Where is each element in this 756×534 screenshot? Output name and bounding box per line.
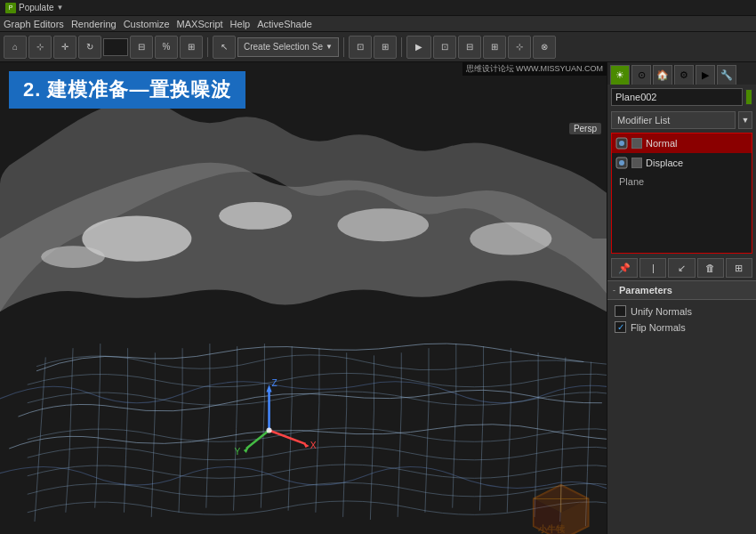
panel-tab-create[interactable]: ⊙ [631,65,651,85]
modifier-base-name: Plane [619,176,644,187]
toolbar-btn-scale[interactable]: ⊟ [130,36,153,59]
toolbar-btn-render2[interactable]: ⊡ [433,36,456,59]
modifier-normal-color [631,138,642,149]
flip-normals-label: Flip Normals [631,322,686,333]
populate-icon: P [5,3,16,13]
modifier-displace-color [631,158,642,168]
svg-point-15 [266,427,271,433]
modifier-normal-icon [615,137,628,150]
toolbar-separator [207,37,208,57]
menu-help[interactable]: Help [230,19,251,29]
params-body: Unify Normals Flip Normals [607,300,756,338]
panel-tab-modify[interactable]: ☀ [610,65,630,85]
panel-tabs: ☀ ⊙ 🏠 ⚙ ▶ 🔧 [607,62,756,85]
stack-btn-delete[interactable]: 🗑 [697,258,724,278]
svg-point-5 [41,246,105,268]
populate-button[interactable]: P Populate ▼ [5,3,63,13]
unify-normals-row: Unify Normals [615,305,749,317]
toolbar-btn-extra2[interactable]: ⊗ [533,36,556,59]
menu-maxscript[interactable]: MAXScript [177,19,223,29]
populate-label: Populate [19,3,53,12]
toolbar-btn-select[interactable]: ⊹ [28,36,52,59]
menu-bar: Graph Editors Rendering Customize MAXScr… [0,16,756,32]
svg-point-26 [619,160,624,166]
populate-dropdown[interactable]: ▼ [56,4,63,12]
panel-tab-motion[interactable]: ▶ [696,65,715,85]
modifier-item-normal[interactable]: Normal [612,134,752,153]
panel-tab-hierarchy[interactable]: 🔧 [717,65,736,85]
modifier-list-label: Modifier List [611,111,736,129]
modifier-base: Plane [612,173,752,190]
stack-empty [612,190,752,253]
toolbar-btn-cursor[interactable]: ↖ [213,36,236,59]
toolbar-btn-align[interactable]: ⊡ [349,36,372,59]
modifier-list-row: Modifier List ▼ [607,109,756,131]
toolbar-number-input[interactable]: 3 [103,38,128,56]
viewport-title: 2. 建模准备—置换噪波 [9,71,245,109]
object-name-row [607,85,756,109]
flip-normals-row: Flip Normals [615,321,749,333]
site-label: 思维设计论坛 WWW.MISSYUAN.COM [462,62,607,76]
toolbar-btn-graph[interactable]: ⊞ [483,36,506,59]
menu-customize[interactable]: Customize [124,19,170,29]
menu-graph-editors[interactable]: Graph Editors [4,19,64,29]
toolbar: ⌂ ⊹ ✛ ↻ 3 ⊟ % ⊞ ↖ Create Selection Se ▼ … [0,32,756,62]
svg-point-24 [619,141,624,146]
panel-tab-display[interactable]: 🏠 [653,65,672,85]
viewport[interactable]: 思维设计论坛 WWW.MISSYUAN.COM 2. 建模准备—置换噪波 Per… [0,62,607,534]
create-selection-dropdown[interactable]: Create Selection Se ▼ [237,37,339,57]
menu-activeshade[interactable]: ActiveShade [257,19,312,29]
svg-text:X: X [310,441,317,450]
toolbar-btn-rotate[interactable]: ↻ [78,36,101,59]
svg-text:Y: Y [235,447,241,457]
svg-text:Z: Z [272,378,277,388]
stack-buttons: 📌 | ↙ 🗑 ⊞ [607,255,756,280]
modifier-stack: Normal Displace Plane [611,133,752,254]
menu-rendering[interactable]: Rendering [71,19,117,29]
modifier-list-dropdown[interactable]: ▼ [738,111,752,129]
toolbar-btn-percent[interactable]: % [155,36,178,59]
toolbar-btn-mirror[interactable]: ⊞ [180,36,203,59]
toolbar-separator-2 [343,37,344,57]
flip-normals-checkbox[interactable] [615,321,626,333]
object-name-input[interactable] [611,88,743,106]
stack-btn-unique[interactable]: | [639,258,666,278]
svg-point-3 [337,208,429,241]
toolbar-btn-move[interactable]: ✛ [53,36,76,59]
terrain-svg: Z Y X 小牛犊 [0,62,607,534]
toolbar-btn-snap[interactable]: ⊞ [374,36,397,59]
svg-point-4 [470,222,551,255]
stack-btn-pin[interactable]: 📌 [611,258,638,278]
svg-point-2 [219,202,292,230]
panel-tab-utilities[interactable]: ⚙ [674,65,694,85]
modifier-displace-icon [615,157,628,169]
modifier-item-displace[interactable]: Displace [612,153,752,173]
right-panel: ☀ ⊙ 🏠 ⚙ ▶ 🔧 Modifier List ▼ [607,62,756,534]
unify-normals-label: Unify Normals [631,306,692,317]
modifier-displace-name: Displace [646,158,683,168]
params-title: Parameters [619,285,672,295]
toolbar-btn-home[interactable]: ⌂ [4,36,27,59]
params-collapse-btn[interactable]: - [613,286,615,295]
modifier-normal-name: Normal [646,138,677,149]
params-header: - Parameters [607,280,756,300]
main-content: 思维设计论坛 WWW.MISSYUAN.COM 2. 建模准备—置换噪波 Per… [0,62,756,534]
unify-normals-checkbox[interactable] [615,305,626,317]
toolbar-btn-render[interactable]: ▶ [406,36,431,59]
toolbar-btn-extra1[interactable]: ⊹ [508,36,531,59]
stack-btn-remove[interactable]: ↙ [668,258,695,278]
toolbar-btn-material[interactable]: ⊟ [458,36,481,59]
populate-bar: P Populate ▼ [0,0,756,16]
color-swatch[interactable] [745,89,752,105]
toolbar-separator-3 [401,37,402,57]
svg-text:小牛犊: 小牛犊 [537,524,566,534]
stack-btn-config[interactable]: ⊞ [726,258,752,278]
perspective-button[interactable]: Persp [569,123,601,134]
